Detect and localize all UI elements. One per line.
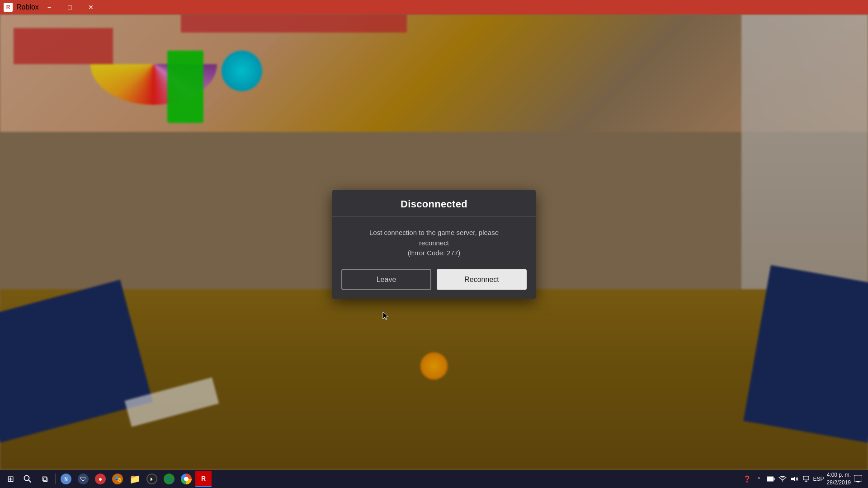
minimize-button[interactable]: − xyxy=(39,0,60,14)
taskbar-separator-1 xyxy=(55,474,56,484)
dialog-title: Disconnected xyxy=(401,198,467,210)
taskbar-notification-icon[interactable] xyxy=(854,474,863,483)
message-line3: (Error Code: 277) xyxy=(408,249,461,257)
taskbar: ⊞ ⧉ N 🛡 ● 🎭 📁 ⏵ 🐾 R ❓ ^ xyxy=(0,470,868,488)
svg-point-0 xyxy=(24,476,29,481)
window-title: Roblox xyxy=(16,3,39,11)
svg-rect-10 xyxy=(854,475,862,481)
date-display: 28/2/2019 xyxy=(827,479,851,486)
svg-point-5 xyxy=(782,480,783,481)
message-line2: reconnect xyxy=(419,239,449,246)
taskbar-system-tray: ❓ ^ xyxy=(743,471,866,487)
maximize-button[interactable]: □ xyxy=(60,0,80,14)
taskbar-app-3[interactable]: 🎭 xyxy=(109,471,126,487)
svg-marker-11 xyxy=(856,481,860,483)
svg-rect-3 xyxy=(774,478,774,480)
leave-button[interactable]: Leave xyxy=(341,269,431,290)
dialog-buttons: Leave Reconnect xyxy=(332,269,536,299)
svg-marker-6 xyxy=(791,477,795,482)
taskbar-taskview-icon[interactable]: ⧉ xyxy=(37,471,53,487)
window-controls: − □ ✕ xyxy=(39,0,101,14)
taskbar-search-icon[interactable] xyxy=(19,471,36,487)
dialog-message: Lost connection to the game server, plea… xyxy=(346,228,522,258)
taskbar-volume-icon[interactable] xyxy=(790,474,799,483)
taskbar-language: ESP xyxy=(813,476,824,482)
taskbar-app-2[interactable]: ● xyxy=(92,471,108,487)
svg-line-1 xyxy=(29,480,31,483)
titlebar: R Roblox − □ ✕ xyxy=(0,0,868,14)
taskbar-battery-icon[interactable] xyxy=(766,474,775,483)
close-button[interactable]: ✕ xyxy=(80,0,101,14)
reconnect-button[interactable]: Reconnect xyxy=(437,269,527,290)
app-icon: R xyxy=(4,3,13,12)
taskbar-chevron-icon[interactable]: ^ xyxy=(755,474,764,483)
time-display: 4:00 p. m. xyxy=(827,472,851,478)
disconnected-dialog: Disconnected Lost connection to the game… xyxy=(332,190,536,299)
taskbar-start-button[interactable]: ⊞ xyxy=(2,471,19,487)
taskbar-clock[interactable]: 4:00 p. m. 28/2/2019 xyxy=(827,471,851,487)
taskbar-app-netscape[interactable]: N xyxy=(58,471,74,487)
taskbar-app-4[interactable]: 🐾 xyxy=(161,471,177,487)
dialog-header: Disconnected xyxy=(332,190,536,217)
dialog-body: Lost connection to the game server, plea… xyxy=(332,217,536,269)
svg-rect-7 xyxy=(803,476,809,480)
taskbar-question-icon[interactable]: ❓ xyxy=(743,474,752,483)
taskbar-chrome[interactable] xyxy=(178,471,194,487)
svg-rect-4 xyxy=(767,477,773,481)
taskbar-wifi-icon[interactable] xyxy=(778,474,787,483)
taskbar-roblox[interactable]: R xyxy=(195,471,212,487)
taskbar-app-files[interactable]: 📁 xyxy=(127,471,143,487)
taskbar-app-media[interactable]: ⏵ xyxy=(144,471,160,487)
taskbar-app-1[interactable]: 🛡 xyxy=(75,471,91,487)
message-line1: Lost connection to the game server, plea… xyxy=(369,229,499,236)
game-background: Disconnected Lost connection to the game… xyxy=(0,14,868,470)
taskbar-network-icon[interactable] xyxy=(802,474,811,483)
